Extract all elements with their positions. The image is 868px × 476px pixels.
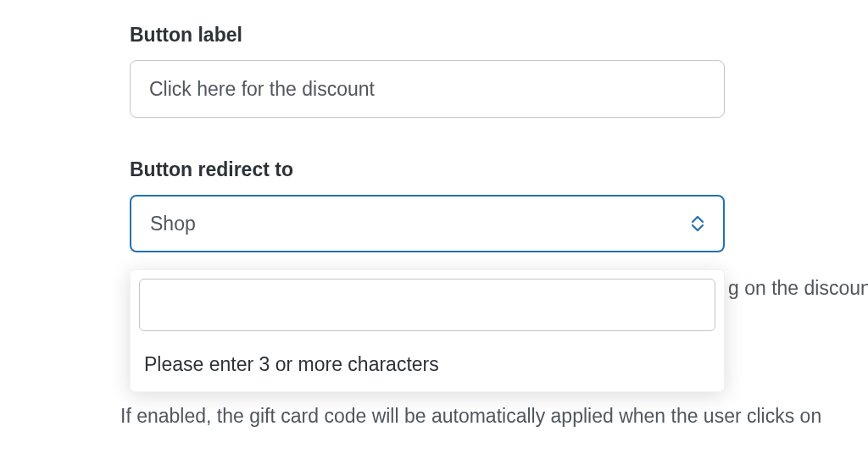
chevron-up-down-icon [691, 215, 704, 232]
button-label-input[interactable] [130, 60, 725, 118]
button-redirect-select[interactable]: Shop [130, 195, 725, 252]
redirect-dropdown-panel: Please enter 3 or more characters [130, 269, 725, 392]
button-redirect-field: Button redirect to Shop [130, 158, 868, 252]
button-label-heading: Button label [130, 24, 868, 47]
button-label-field: Button label [130, 24, 868, 118]
redirect-search-input[interactable] [139, 279, 715, 331]
button-redirect-selected-value: Shop [150, 213, 196, 235]
auto-apply-description: If enabled, the gift card code will be a… [120, 405, 821, 428]
button-redirect-heading: Button redirect to [130, 158, 868, 181]
redirect-search-hint: Please enter 3 or more characters [144, 353, 715, 376]
truncated-text-right: g on the discoun [728, 277, 868, 300]
